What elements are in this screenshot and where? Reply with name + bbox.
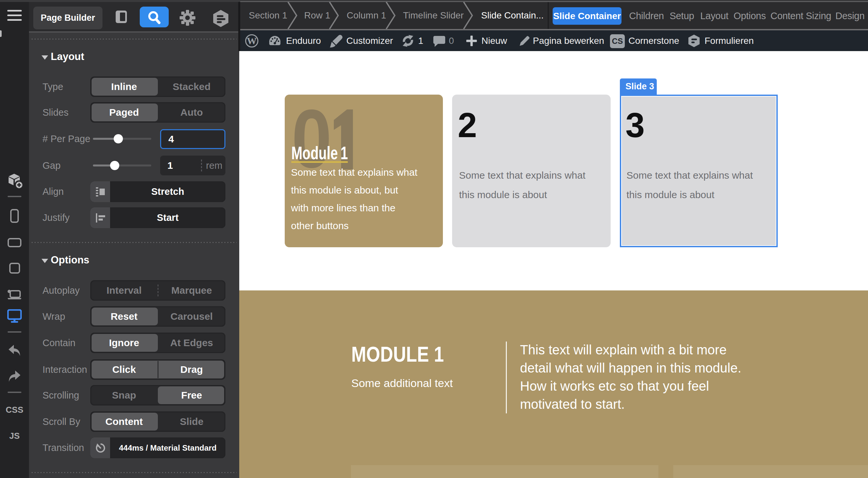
svg-text:W: W bbox=[247, 35, 257, 46]
